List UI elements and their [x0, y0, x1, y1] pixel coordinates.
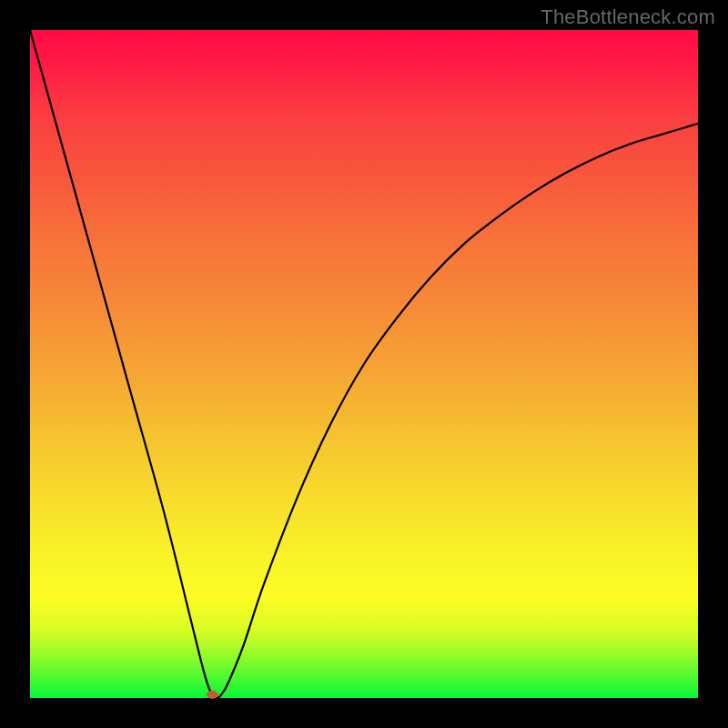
min-marker [207, 691, 217, 698]
watermark-text: TheBottleneck.com [541, 5, 715, 29]
chart-frame: TheBottleneck.com [0, 0, 728, 728]
curve-svg [30, 30, 698, 698]
plot-area [30, 30, 698, 698]
bottleneck-curve [30, 30, 698, 698]
